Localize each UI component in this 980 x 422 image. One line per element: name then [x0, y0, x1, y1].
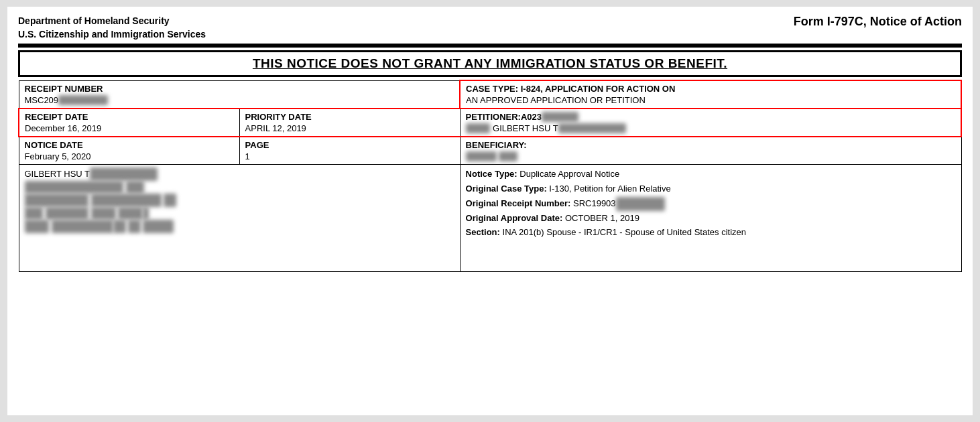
section-row: Section: INA 201(b) Spouse - IR1/CR1 - S…	[466, 226, 956, 240]
petitioner-cell: PETITIONER:A023██████ ████ GILBERT HSU T…	[460, 109, 961, 137]
addressee-name: GILBERT HSU T███████████	[25, 167, 454, 181]
section-value: INA 201(b) Spouse - IR1/CR1 - Spouse of …	[503, 227, 746, 237]
address-line1: ████████████████ ███	[25, 181, 454, 194]
receipt-date-label: RECEIPT DATE	[25, 112, 234, 122]
original-case-type-label: Original Case Type:	[466, 184, 547, 194]
notice-date-value: February 5, 2020	[25, 151, 234, 161]
page-label: PAGE	[245, 140, 454, 150]
petitioner-id-redacted: ██████	[542, 112, 578, 122]
row-dates-petitioner: RECEIPT DATE December 16, 2019 PRIORITY …	[19, 109, 961, 137]
section-label: Section:	[466, 227, 500, 237]
priority-date-label: PRIORITY DATE	[245, 112, 454, 122]
original-approval-row: Original Approval Date: OCTOBER 1, 2019	[466, 212, 956, 226]
address-line2: ███ ███████ ██ █████████ ██	[25, 194, 454, 207]
notice-date-cell: NOTICE DATE February 5, 2020	[19, 137, 239, 165]
original-receipt-row: Original Receipt Number: SRC19903███████…	[466, 197, 956, 211]
main-table: RECEIPT NUMBER MSC209████████ CASE TYPE:…	[18, 80, 962, 272]
notice-type-label: Notice Type:	[466, 169, 517, 179]
petitioner-label: PETITIONER:A023██████	[466, 112, 955, 122]
row-receipt-casetype: RECEIPT NUMBER MSC209████████ CASE TYPE:…	[19, 80, 961, 109]
beneficiary-cell: BENEFICIARY: █████ ███	[460, 137, 961, 165]
receipt-number-cell: RECEIPT NUMBER MSC209████████	[19, 80, 460, 109]
case-type-cell: CASE TYPE: I-824, APPLICATION FOR ACTION…	[460, 80, 961, 109]
receipt-date-value: December 16, 2019	[25, 123, 234, 133]
form-title: Form I-797C, Notice of Action	[794, 15, 962, 29]
receipt-redacted: ████████	[58, 95, 108, 105]
beneficiary-label: BENEFICIARY:	[466, 140, 956, 150]
beneficiary-value: █████ ███	[466, 151, 956, 161]
black-divider	[18, 44, 962, 48]
page-value: 1	[245, 151, 454, 161]
petitioner-name: ████ GILBERT HSU T███████████	[466, 123, 955, 133]
document-header: Department of Homeland Security U.S. Cit…	[18, 15, 962, 41]
page-cell: PAGE 1	[239, 137, 460, 165]
address-line4: ████ ████████████ ██ █████	[25, 220, 454, 233]
priority-date-value: APRIL 12, 2019	[245, 123, 454, 133]
address-line3: ███ ███████ ████ █████	[25, 207, 454, 220]
receipt-date-cell: RECEIPT DATE December 16, 2019	[19, 109, 239, 137]
case-type-label: CASE TYPE: I-824, APPLICATION FOR ACTION…	[466, 84, 955, 94]
row-address-info: GILBERT HSU T███████████ ███████████████…	[19, 165, 961, 272]
notice-type-value: Duplicate Approval Notice	[519, 169, 619, 179]
original-receipt-label: Original Receipt Number:	[466, 198, 571, 208]
agency-info: Department of Homeland Security U.S. Cit…	[18, 15, 206, 41]
agency-line1: Department of Homeland Security	[18, 15, 206, 28]
original-approval-value: OCTOBER 1, 2019	[565, 213, 639, 223]
receipt-number-value: MSC209████████	[25, 95, 454, 105]
receipt-number-label: RECEIPT NUMBER	[25, 84, 454, 94]
priority-date-cell: PRIORITY DATE APRIL 12, 2019	[239, 109, 460, 137]
original-case-type-row: Original Case Type: I-130, Petition for …	[466, 182, 956, 196]
original-approval-label: Original Approval Date:	[466, 213, 563, 223]
info-cell: Notice Type: Duplicate Approval Notice O…	[460, 165, 961, 272]
document: Department of Homeland Security U.S. Cit…	[7, 7, 973, 415]
row-noticedate-page-beneficiary: NOTICE DATE February 5, 2020 PAGE 1 BENE…	[19, 137, 961, 165]
notice-type-row: Notice Type: Duplicate Approval Notice	[466, 167, 956, 182]
original-receipt-value: SRC19903████████	[573, 198, 665, 208]
agency-line2: U.S. Citizenship and Immigration Service…	[18, 28, 206, 42]
original-case-type-value: I-130, Petition for Alien Relative	[549, 184, 670, 194]
case-type-line2: AN APPROVED APPLICATION OR PETITION	[466, 95, 955, 105]
address-cell: GILBERT HSU T███████████ ███████████████…	[19, 165, 460, 272]
notice-date-label: NOTICE DATE	[25, 140, 234, 150]
notice-banner: THIS NOTICE DOES NOT GRANT ANY IMMIGRATI…	[18, 50, 962, 77]
